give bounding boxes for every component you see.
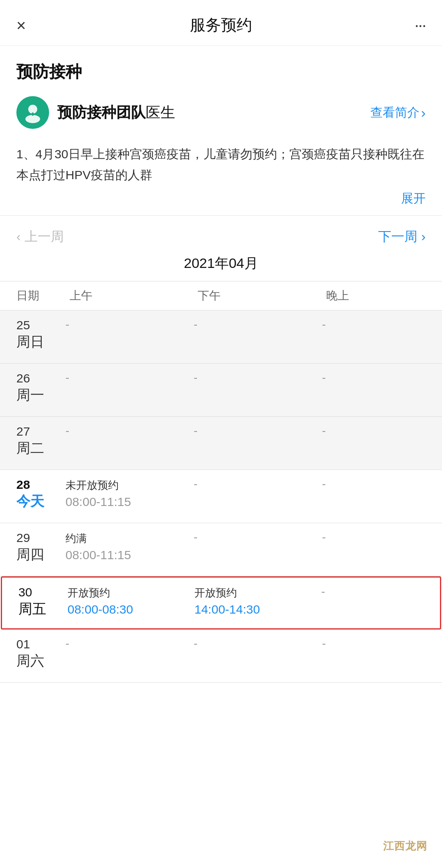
slot-empty: - <box>65 424 181 437</box>
week-nav: ‹ 上一周 下一周 › <box>0 216 442 250</box>
slot-evening: - <box>313 578 440 628</box>
slot-afternoon: - <box>185 417 313 470</box>
doctor-card: 预防接种团队医生 查看简介 › <box>0 91 442 137</box>
slot-empty: - <box>321 585 436 598</box>
slot-afternoon: - <box>185 470 313 523</box>
slot-empty: - <box>65 371 181 384</box>
slot-open-time[interactable]: 14:00-14:30 <box>194 601 309 618</box>
slot-empty: - <box>194 371 309 384</box>
svg-rect-3 <box>32 112 34 116</box>
slot-evening: - <box>314 417 442 470</box>
slot-evening: - <box>314 470 442 523</box>
date-number: 26 <box>16 371 57 386</box>
table-row[interactable]: 30周五开放预约08:00-08:30开放预约14:00-14:30- <box>1 576 441 630</box>
slot-status-label: 约满 <box>65 531 181 546</box>
slot-empty: - <box>322 318 438 331</box>
slot-empty: - <box>194 531 309 544</box>
slot-empty: - <box>65 318 181 331</box>
close-button[interactable]: × <box>16 17 41 34</box>
slot-empty: - <box>322 371 438 384</box>
slot-evening: - <box>314 523 442 576</box>
slot-afternoon: - <box>185 310 313 363</box>
slot-empty: - <box>322 637 438 650</box>
date-day: 周六 <box>16 652 57 670</box>
slot-empty: - <box>65 637 181 650</box>
doctor-avatar <box>16 96 49 129</box>
slot-morning: - <box>57 417 185 470</box>
svg-point-1 <box>25 115 40 123</box>
date-day: 周四 <box>16 545 57 563</box>
table-row: 29周四约满08:00-11:15-- <box>0 523 442 576</box>
calendar-header: 日期 上午 下午 晚上 <box>0 281 442 310</box>
slot-open-time[interactable]: 08:00-08:30 <box>68 601 182 618</box>
slot-evening: - <box>314 310 442 363</box>
col-header-morning: 上午 <box>57 281 185 310</box>
slot-empty: - <box>194 477 309 490</box>
slot-open-label: 开放预约 <box>68 585 182 601</box>
calendar-body: 25周日---26周一---27周二---28今天未开放预约08:00-11:1… <box>0 310 442 683</box>
slot-morning: - <box>57 364 185 416</box>
table-row: 26周一--- <box>0 364 442 417</box>
date-day: 周日 <box>16 333 57 351</box>
table-row: 25周日--- <box>0 310 442 364</box>
date-cell: 30周五 <box>2 578 59 628</box>
doctor-info: 预防接种团队医生 <box>16 96 175 129</box>
date-day: 周五 <box>18 600 59 618</box>
date-cell: 01周六 <box>0 630 57 682</box>
date-day: 今天 <box>16 492 57 510</box>
date-day: 周二 <box>16 439 57 457</box>
slot-empty: - <box>194 424 309 437</box>
watermark: 江西龙网 <box>383 839 427 853</box>
slot-empty: - <box>322 477 438 490</box>
notice-text: 1、4月30日早上接种宫颈癌疫苗，儿童请勿预约；宫颈癌疫苗只接种既往在本点打过H… <box>0 137 442 185</box>
date-cell: 29周四 <box>0 523 57 576</box>
slot-afternoon: - <box>185 523 313 576</box>
date-number: 29 <box>16 531 57 545</box>
slot-time: 08:00-11:15 <box>65 493 181 510</box>
table-row: 27周二--- <box>0 417 442 470</box>
slot-empty: - <box>194 318 309 331</box>
slot-afternoon: - <box>185 630 313 682</box>
date-cell: 27周二 <box>0 417 57 470</box>
doctor-name: 预防接种团队医生 <box>57 103 175 123</box>
slot-open-label: 开放预约 <box>194 585 309 601</box>
slot-morning: - <box>57 310 185 363</box>
more-button[interactable]: ··· <box>401 16 426 34</box>
date-number: 25 <box>16 318 57 333</box>
slot-morning[interactable]: 开放预约08:00-08:30 <box>59 578 186 628</box>
header-title: 服务预约 <box>41 15 401 36</box>
slot-evening: - <box>314 364 442 416</box>
slot-empty: - <box>322 424 438 437</box>
doctor-link[interactable]: 查看简介 › <box>370 104 426 121</box>
slot-empty: - <box>194 637 309 650</box>
col-header-date: 日期 <box>0 281 57 310</box>
date-cell: 28今天 <box>0 470 57 523</box>
section-title: 预防接种 <box>0 46 442 91</box>
slot-morning: - <box>57 630 185 682</box>
header: × 服务预约 ··· <box>0 0 442 46</box>
table-row: 28今天未开放预约08:00-11:15-- <box>0 470 442 523</box>
slot-time: 08:00-11:15 <box>65 546 181 564</box>
expand-button[interactable]: 展开 <box>0 185 442 215</box>
date-cell: 25周日 <box>0 310 57 363</box>
date-day: 周一 <box>16 386 57 404</box>
month-label: 2021年04月 <box>0 250 442 281</box>
col-header-evening: 晚上 <box>314 281 442 310</box>
date-number: 01 <box>16 637 57 652</box>
next-week-button[interactable]: 下一周 › <box>378 228 426 246</box>
calendar: 日期 上午 下午 晚上 25周日---26周一---27周二---28今天未开放… <box>0 281 442 683</box>
prev-week-button[interactable]: ‹ 上一周 <box>16 228 64 246</box>
doctor-icon <box>22 102 43 123</box>
date-number: 27 <box>16 424 57 439</box>
slot-status-label: 未开放预约 <box>65 477 181 493</box>
slot-afternoon: - <box>185 364 313 416</box>
slot-empty: - <box>322 531 438 544</box>
svg-point-0 <box>28 105 37 114</box>
slot-afternoon[interactable]: 开放预约14:00-14:30 <box>186 578 313 628</box>
date-cell: 26周一 <box>0 364 57 416</box>
table-row: 01周六--- <box>0 630 442 683</box>
slot-evening: - <box>314 630 442 682</box>
slot-morning: 约满08:00-11:15 <box>57 523 185 576</box>
date-number: 28 <box>16 477 57 492</box>
slot-morning: 未开放预约08:00-11:15 <box>57 470 185 523</box>
